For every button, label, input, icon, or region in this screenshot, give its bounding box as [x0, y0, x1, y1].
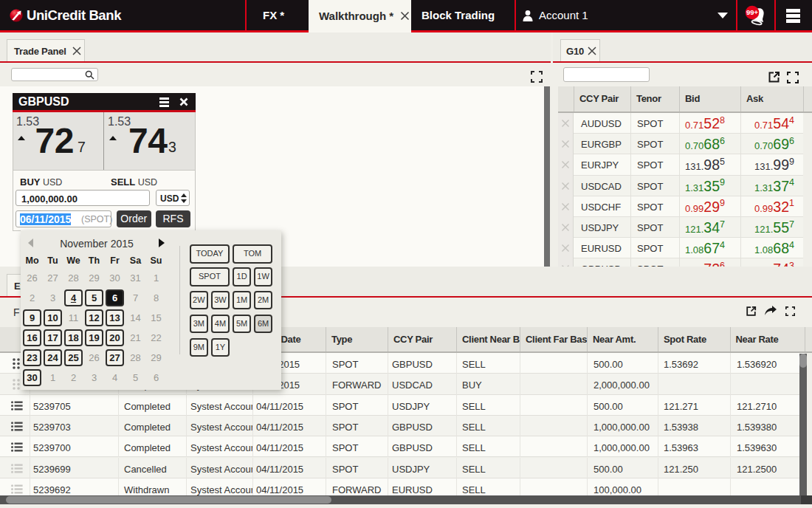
svg-text:99+: 99+	[746, 8, 759, 16]
